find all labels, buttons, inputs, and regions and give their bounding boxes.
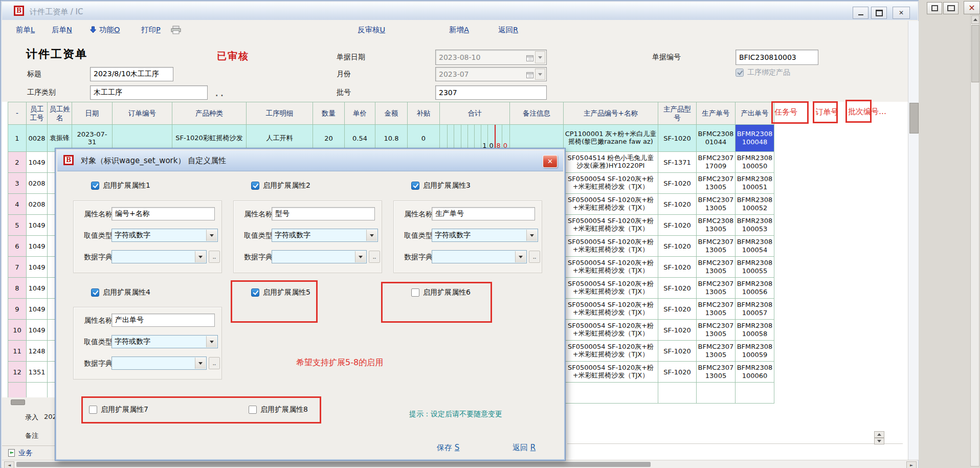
outer-close-button[interactable]: ✕ — [964, 1, 980, 14]
prop-name-input[interactable]: 型号 — [272, 207, 375, 220]
row-selector-cell[interactable]: 2 — [8, 152, 27, 173]
cell-model[interactable]: SF-1020 — [658, 257, 697, 278]
chevron-down-icon[interactable] — [195, 358, 206, 369]
cell-emp-name[interactable]: 袁振锋 — [48, 125, 72, 152]
row-selector-cell[interactable]: 3 — [8, 173, 27, 194]
cell-product[interactable]: SF0504514 粉色小毛兔儿童沙发(豪雅)HY10220PI — [564, 152, 658, 173]
chevron-down-icon[interactable] — [515, 251, 526, 262]
horizontal-scrollbar[interactable]: ◄ ► — [2, 460, 918, 468]
restore-button[interactable] — [871, 7, 887, 19]
enable-prop-5-checkbox[interactable]: 启用扩展属性5 — [251, 288, 310, 297]
row-selector-cell[interactable]: 4 — [8, 194, 27, 215]
month-input[interactable]: 2023-07 — [435, 67, 547, 81]
row-selector-cell[interactable]: 12 — [8, 362, 27, 383]
dialog-close-button[interactable]: ✕ — [543, 155, 558, 168]
chevron-down-icon[interactable] — [535, 69, 545, 80]
scrollbar-thumb[interactable] — [909, 103, 919, 133]
scroll-right-button[interactable]: ► — [906, 461, 917, 468]
cell-mo-no[interactable]: BFMC230713005 — [697, 299, 736, 320]
cell-model[interactable]: SF-1020 — [658, 278, 697, 299]
cell-mo-no[interactable]: BFMC230801044 — [697, 125, 736, 152]
cell-mo-no[interactable]: BFMC230713005 — [697, 320, 736, 341]
row-selector-cell[interactable]: 7 — [8, 257, 27, 278]
prop-name-input[interactable]: 生产单号 — [432, 207, 535, 220]
cell-out-no[interactable]: BFMR2308100051 — [736, 173, 774, 194]
browse-dots[interactable]: . . — [215, 90, 224, 98]
toolbar-prev-button[interactable]: 前单L — [16, 25, 35, 35]
chevron-down-icon[interactable] — [366, 230, 377, 241]
row-selector-cell[interactable]: 6 — [8, 236, 27, 257]
cell-total-digit-grid[interactable]: 10 80 — [440, 125, 510, 152]
cell-product[interactable]: SF0500054 SF-1020灰+粉+米彩虹摇椅沙发（TJX） — [564, 320, 658, 341]
cell-mo-no[interactable]: BFMC230713005 — [697, 278, 736, 299]
cell-model[interactable]: SF-1020 — [658, 173, 697, 194]
value-type-select[interactable]: 字符或数字 — [272, 229, 378, 242]
cell-emp-id[interactable]: 0208 — [27, 173, 48, 194]
cell-mo-no[interactable]: BFMC230713005 — [697, 257, 736, 278]
cell-price[interactable]: 0.54 — [345, 125, 375, 152]
cell-date[interactable]: 2023-07-31 — [72, 125, 113, 152]
cell-emp-id[interactable]: 0208 — [27, 194, 48, 215]
cell-mo-no[interactable]: BFMC230713005 — [697, 194, 736, 215]
cell-mo-no[interactable]: BFMC230713005 — [697, 341, 736, 362]
chevron-down-icon[interactable] — [195, 251, 206, 262]
value-type-select[interactable]: 字符或数字 — [112, 229, 218, 242]
toolbar-print-button[interactable]: 打印P — [141, 25, 161, 35]
dialog-titlebar[interactable]: B 对象（标识wage_set_work） 自定义属性 ✕ — [57, 150, 563, 171]
cell-out-no[interactable]: BFMR2308100050 — [736, 152, 774, 173]
doc-date-input[interactable]: 2023-08-10 — [435, 50, 547, 65]
chevron-down-icon[interactable] — [535, 51, 545, 63]
data-dict-select[interactable] — [112, 250, 207, 263]
prop-name-input[interactable]: 编号+名称 — [112, 207, 215, 220]
enable-prop-4-checkbox[interactable]: 启用扩展属性4 — [91, 288, 150, 297]
cell-product[interactable]: CP1100001 灰+粉+米白儿童摇椅(黎巴嫩razane faw az) — [564, 125, 658, 152]
enable-prop-1-checkbox[interactable]: 启用扩展属性1 — [91, 181, 150, 190]
cell-mo-no[interactable]: BFMC230713005 — [697, 236, 736, 257]
vertical-scrollbar[interactable] — [908, 21, 919, 460]
bind-product-checkbox[interactable]: 工序绑定产品 — [736, 68, 790, 77]
batch-input[interactable]: 2307 — [435, 85, 547, 100]
splitter-grip[interactable] — [11, 399, 25, 405]
cell-product[interactable]: SF0500054 SF-1020灰+粉+米彩虹摇椅沙发（TJX） — [564, 194, 658, 215]
enable-prop-8-checkbox[interactable]: 启用扩展属性8 — [249, 405, 308, 414]
cell-emp-id[interactable]: 1049 — [27, 152, 48, 173]
cell-out-no[interactable]: BFMR2308100060 — [736, 362, 774, 383]
scroll-left-button[interactable]: ◄ — [4, 461, 14, 468]
cell-model[interactable]: SF-1020 — [658, 362, 697, 383]
cell-model[interactable]: SF-1020 — [658, 125, 697, 152]
cell-note[interactable] — [510, 125, 564, 152]
scroll-up-button[interactable] — [874, 431, 884, 438]
data-dict-browse-button[interactable]: .. — [209, 251, 220, 263]
cell-out-no[interactable]: BFMR2308100054 — [736, 236, 774, 257]
cell-mo-no[interactable]: BFMC230717009 — [697, 152, 736, 173]
data-dict-select[interactable] — [272, 250, 367, 263]
chevron-down-icon[interactable] — [206, 336, 217, 347]
cell-qty[interactable]: 20 — [313, 125, 345, 152]
save-button[interactable]: 保存 S — [437, 443, 459, 453]
value-type-select[interactable]: 字符或数字 — [432, 229, 538, 242]
toolbar-next-button[interactable]: 后单N — [52, 25, 72, 35]
cell-emp-id[interactable]: 1049 — [27, 299, 48, 320]
data-dict-browse-button[interactable]: .. — [529, 251, 540, 263]
value-type-select[interactable]: 字符或数字 — [112, 335, 218, 348]
doc-no-input[interactable]: BFIC230810003 — [736, 50, 818, 65]
scroll-down-button[interactable] — [874, 438, 884, 444]
row-selector-cell[interactable]: 11 — [8, 341, 27, 362]
cell-out-no[interactable]: BFMR2308100055 — [736, 257, 774, 278]
cell-model[interactable]: SF-1020 — [658, 299, 697, 320]
cell-emp-id[interactable]: 1049 — [27, 257, 48, 278]
cell-product[interactable]: SF0500054 SF-1020灰+粉+米彩虹摇椅沙发（TJX） — [564, 173, 658, 194]
cell-amount[interactable]: 10.8 — [375, 125, 408, 152]
return-button[interactable]: 返回 R — [513, 443, 536, 453]
chevron-down-icon[interactable] — [526, 230, 537, 241]
scroll-up-button[interactable] — [971, 15, 979, 24]
cell-emp-id[interactable]: 1049 — [27, 320, 48, 341]
row-selector-cell[interactable]: 5 — [8, 215, 27, 236]
row-selector-cell[interactable]: 1 — [8, 125, 27, 152]
enable-prop-6-checkbox[interactable]: 启用扩展属性6 — [411, 288, 471, 297]
data-dict-browse-button[interactable]: .. — [209, 357, 220, 369]
close-button[interactable]: ✕ — [893, 7, 910, 19]
cell-out-selected[interactable]: BFMR2308100048 — [736, 125, 774, 152]
chevron-down-icon[interactable] — [206, 230, 217, 241]
prop-name-input[interactable]: 产出单号 — [112, 314, 215, 327]
